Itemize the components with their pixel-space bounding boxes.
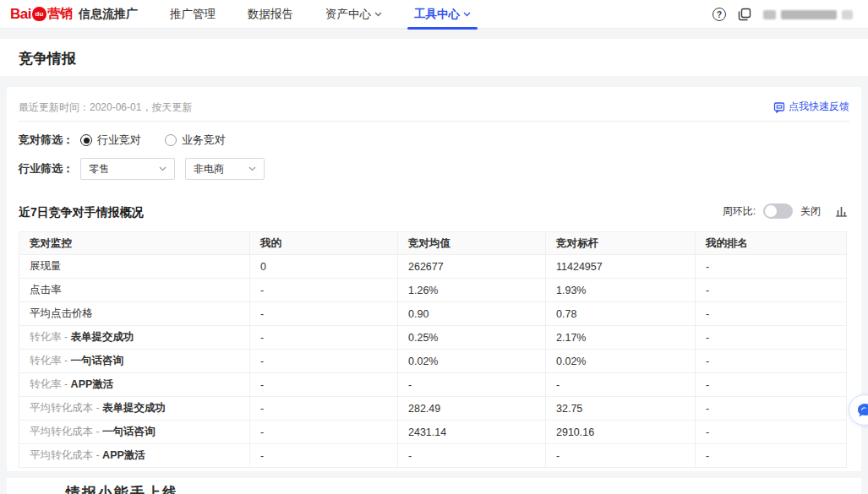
cell-rank: - (696, 350, 847, 373)
radio-business-competitor[interactable]: 业务竞对 (165, 133, 226, 148)
cell-average: 282.49 (398, 397, 546, 421)
metric-name: 一句话咨询 (102, 426, 156, 437)
cell-benchmark: 11424957 (546, 255, 696, 279)
table-row: 平均点击价格 - 0.90 0.78 - (19, 302, 847, 326)
nav-item-tool-center[interactable]: 工具中心 (414, 0, 471, 29)
chevron-down-icon (248, 166, 256, 171)
metric-name: 表单提交成功 (71, 331, 134, 343)
wow-toggle-off[interactable] (763, 204, 793, 219)
cell-average: 2431.14 (398, 421, 546, 444)
metric-prefix: 转化率 - (30, 355, 71, 366)
cell-benchmark: 2.17% (546, 326, 696, 350)
nav-label: 推广管理 (170, 7, 216, 22)
cell-average: - (398, 373, 546, 397)
competitor-monitor-table: 竞对监控 我的 竞对均值 竞对标杆 我的排名 展现量 0 262677 1142… (19, 231, 846, 468)
metric-name: APP激活 (71, 378, 114, 390)
radio-label: 行业竞对 (97, 133, 141, 148)
account-name-redacted[interactable] (763, 10, 853, 19)
nav-item-asset-center[interactable]: 资产中心 (325, 0, 382, 29)
next-section-card-partial: 情报小能手上线 (7, 478, 861, 494)
table-row: 转化率 - 表单提交成功 - 0.25% 2.17% - (19, 326, 847, 350)
cell-benchmark: 0.02% (546, 350, 696, 373)
cell-rank: - (696, 421, 847, 444)
cell-rank: - (696, 279, 847, 302)
cell-average: 0.02% (398, 350, 546, 373)
cell-mine: - (250, 279, 398, 302)
wow-state-label: 关闭 (800, 204, 821, 219)
feedback-bubble-icon (773, 101, 785, 113)
col-header-average: 竞对均值 (398, 232, 546, 255)
table-row: 点击率 - 1.26% 1.93% - (19, 279, 847, 302)
cell-mine: - (250, 302, 398, 326)
cell-average: 0.25% (398, 326, 546, 350)
baidu-marketing-logo[interactable]: Bai du 营销 信息流推广 (10, 6, 138, 23)
cell-average: - (398, 444, 546, 468)
table-row: 平均转化成本 - 一句话咨询 - 2431.14 2910.16 - (19, 421, 847, 444)
table-row: 转化率 - 一句话咨询 - 0.02% 0.02% - (19, 350, 847, 373)
last-updated-text: 最近更新时间：2020-06-01，按天更新 (19, 100, 192, 115)
page-title-bar: 竞争情报 (0, 39, 868, 76)
bar-chart-icon[interactable] (835, 205, 848, 217)
next-section-title-partial: 情报小能手上线 (66, 483, 178, 494)
chevron-down-icon (463, 12, 471, 17)
cell-rank: - (696, 397, 847, 421)
radio-industry-competitor[interactable]: 行业竞对 (80, 133, 141, 148)
cell-mine: - (250, 326, 398, 350)
page-title: 竞争情报 (19, 49, 76, 68)
metric-name: 点击率 (30, 284, 62, 296)
quick-feedback-link[interactable]: 点我快速反馈 (773, 100, 849, 114)
cell-rank: - (696, 302, 847, 326)
top-navigation-bar: Bai du 营销 信息流推广 推广管理 数据报告 资产中心 工具中心 ? (0, 0, 868, 29)
help-icon[interactable]: ? (712, 8, 726, 21)
week-over-week-controls: 周环比: 关闭 (723, 204, 848, 219)
industry-filter-row: 行业筛选： 零售 非电商 (19, 158, 265, 180)
redacted-block (763, 10, 776, 19)
metric-name: APP激活 (102, 449, 145, 461)
metric-name: 平均点击价格 (30, 307, 93, 319)
table-row: 平均转化成本 - APP激活 - - - - (19, 444, 847, 468)
nav-item-promotion-management[interactable]: 推广管理 (170, 0, 216, 29)
metric-prefix: 平均转化成本 - (30, 426, 102, 437)
logo-text-bai: Bai (10, 6, 31, 23)
feedback-panel-icon[interactable] (738, 8, 751, 21)
metric-prefix: 转化率 - (30, 378, 71, 390)
col-header-rank: 我的排名 (696, 232, 847, 255)
section-title-7day-overview: 近7日竞争对手情报概况 (19, 205, 144, 220)
wow-label: 周环比: (723, 204, 756, 219)
toggle-knob (765, 205, 777, 217)
cell-average: 0.90 (398, 302, 546, 326)
industry-select[interactable]: 零售 (80, 158, 175, 180)
col-header-monitor: 竞对监控 (19, 232, 250, 255)
table-row: 转化率 - APP激活 - - - - (19, 373, 847, 397)
baidu-paw-icon: du (32, 7, 46, 21)
cell-average: 1.26% (398, 279, 546, 302)
sub-industry-select-value: 非电商 (194, 162, 224, 176)
cell-benchmark: 2910.16 (546, 421, 696, 444)
chevron-down-icon (159, 166, 167, 171)
metric-name: 展现量 (30, 260, 62, 272)
feedback-link-label: 点我快速反馈 (789, 100, 849, 114)
main-nav: 推广管理 数据报告 资产中心 工具中心 (170, 0, 471, 29)
divider (19, 121, 849, 122)
radio-unselected-icon (165, 134, 177, 146)
industry-select-value: 零售 (89, 162, 109, 176)
competitor-filter-label: 竞对筛选： (19, 133, 74, 148)
metric-prefix: 转化率 - (30, 331, 71, 343)
cell-average: 262677 (398, 255, 546, 279)
chat-bubble-icon (856, 403, 868, 418)
metric-name: 表单提交成功 (102, 402, 166, 414)
cell-benchmark: - (546, 373, 696, 397)
cell-mine: - (250, 421, 398, 444)
sub-industry-select[interactable]: 非电商 (185, 158, 265, 180)
competitive-intel-panel: 最近更新时间：2020-06-01，按天更新 点我快速反馈 竞对筛选： 行业竞对… (7, 87, 861, 471)
nav-item-data-report[interactable]: 数据报告 (248, 0, 293, 29)
cell-mine: - (250, 397, 398, 421)
redacted-block (842, 10, 853, 19)
cell-benchmark: 32.75 (546, 397, 696, 421)
radio-label: 业务竞对 (182, 133, 226, 148)
cell-rank: - (696, 255, 847, 279)
competitor-filter-row: 竞对筛选： 行业竞对 业务竞对 (19, 133, 226, 148)
table-row: 平均转化成本 - 表单提交成功 - 282.49 32.75 - (19, 397, 847, 421)
topbar-right: ? (712, 0, 853, 29)
redacted-block (781, 10, 837, 19)
